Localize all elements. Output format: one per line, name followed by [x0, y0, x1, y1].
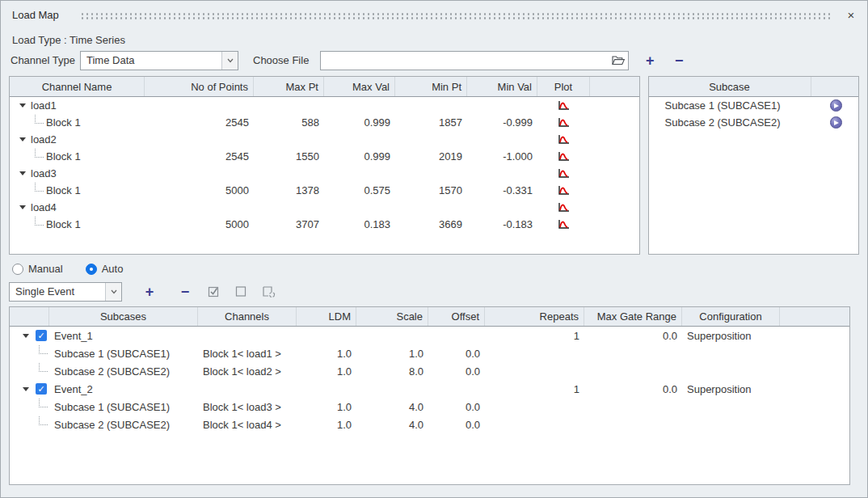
folder-icon[interactable] — [609, 55, 628, 65]
add-channel-button[interactable]: + — [642, 53, 658, 69]
event-checkbox-checked[interactable]: ✓ — [36, 383, 47, 395]
add-event-button[interactable]: + — [141, 284, 158, 300]
channels-cell[interactable]: Block 1< load1 > — [198, 344, 297, 362]
table-row[interactable]: Block 1 5000 3707 0.183 3669 -0.183 — [10, 216, 639, 233]
refresh-events-icon[interactable] — [262, 285, 276, 298]
event-checkbox-checked[interactable]: ✓ — [36, 330, 47, 341]
col-subcases[interactable]: Subcases — [49, 307, 198, 326]
ldm-cell[interactable] — [297, 327, 356, 344]
ldm-cell[interactable] — [297, 380, 356, 398]
col-subcase[interactable]: Subcase — [649, 77, 811, 96]
channels-cell[interactable]: Block 1< load2 > — [198, 362, 297, 380]
max-gate-cell[interactable]: 0.0 — [584, 380, 682, 398]
col-min-val[interactable]: Min Val — [467, 77, 537, 96]
expander-icon[interactable] — [19, 103, 26, 108]
chevron-down-icon[interactable] — [105, 283, 121, 301]
chevron-down-icon[interactable] — [221, 52, 238, 70]
table-row[interactable]: load1 — [10, 97, 639, 114]
col-scale[interactable]: Scale — [356, 307, 428, 326]
table-row[interactable]: load3 — [10, 165, 639, 182]
plot-icon[interactable] — [537, 114, 590, 131]
scale-cell[interactable]: 1.0 — [356, 344, 428, 362]
plot-icon[interactable] — [537, 216, 590, 233]
offset-cell[interactable]: 0.0 — [428, 344, 485, 362]
choose-file-field[interactable] — [320, 51, 629, 70]
expander-icon[interactable] — [19, 205, 26, 209]
col-max-pt[interactable]: Max Pt — [254, 77, 324, 96]
col-channel-name[interactable]: Channel Name — [10, 77, 145, 96]
col-ldm[interactable]: LDM — [297, 307, 356, 326]
remove-channel-button[interactable]: − — [671, 53, 687, 69]
max-gate-cell[interactable]: 0.0 — [584, 327, 682, 344]
col-no-of-points[interactable]: No of Points — [145, 77, 254, 96]
ldm-cell[interactable]: 1.0 — [297, 398, 356, 416]
expander-icon[interactable] — [23, 387, 29, 391]
event-subrow[interactable]: Subcase 1 (SUBCASE1) Block 1< load3 > 1.… — [10, 398, 849, 416]
auto-radio[interactable] — [86, 264, 97, 275]
event-subrow[interactable]: Subcase 1 (SUBCASE1) Block 1< load1 > 1.… — [10, 344, 849, 362]
scale-cell[interactable]: 4.0 — [356, 416, 428, 433]
subcase-row[interactable]: Subcase 2 (SUBCASE2) — [649, 114, 859, 131]
check-all-icon[interactable] — [208, 285, 221, 298]
manual-radio[interactable] — [12, 264, 23, 275]
event-subrow[interactable]: Subcase 2 (SUBCASE2) Block 1< load2 > 1.… — [10, 362, 849, 380]
close-icon[interactable]: × — [843, 6, 859, 23]
col-configuration[interactable]: Configuration — [682, 307, 780, 326]
repeats-cell[interactable]: 1 — [485, 327, 584, 344]
scale-cell[interactable] — [356, 380, 428, 398]
configuration-cell[interactable]: Superposition — [682, 380, 780, 398]
plot-icon[interactable] — [537, 165, 590, 182]
ldm-cell[interactable]: 1.0 — [297, 416, 356, 433]
scale-cell[interactable]: 8.0 — [356, 362, 428, 380]
expander-icon[interactable] — [23, 334, 29, 338]
choose-file-input[interactable] — [321, 54, 609, 66]
repeats-cell[interactable]: 1 — [485, 380, 584, 398]
play-icon[interactable] — [830, 99, 842, 112]
channel-type-select[interactable]: Time Data — [80, 51, 238, 70]
channels-cell[interactable]: Block 1< load4 > — [198, 416, 297, 433]
manual-radio-label[interactable]: Manual — [28, 263, 63, 275]
col-plot[interactable]: Plot — [537, 77, 590, 96]
event-row[interactable]: ✓ Event_2 1 0.0 Superposition — [10, 380, 849, 398]
plot-icon[interactable] — [537, 199, 590, 216]
subcase-row[interactable]: Subcase 1 (SUBCASE1) — [649, 97, 859, 114]
configuration-cell[interactable]: Superposition — [682, 327, 780, 344]
remove-event-button[interactable]: − — [177, 284, 193, 300]
col-channels[interactable]: Channels — [198, 307, 297, 326]
col-offset[interactable]: Offset — [428, 307, 485, 326]
offset-cell[interactable] — [428, 327, 485, 344]
uncheck-all-icon[interactable] — [235, 285, 247, 298]
table-row[interactable]: Block 1 5000 1378 0.575 1570 -0.331 — [10, 182, 639, 199]
table-row[interactable]: load4 — [10, 199, 639, 216]
plot-icon[interactable] — [537, 148, 590, 165]
offset-cell[interactable]: 0.0 — [428, 362, 485, 380]
offset-cell[interactable]: 0.0 — [428, 398, 485, 416]
expander-icon[interactable] — [19, 171, 26, 175]
expander-icon[interactable] — [19, 137, 26, 141]
channels-cell[interactable]: Block 1< load3 > — [198, 398, 297, 416]
col-repeats[interactable]: Repeats — [485, 307, 584, 326]
scale-cell[interactable] — [356, 327, 428, 344]
event-subrow[interactable]: Subcase 2 (SUBCASE2) Block 1< load4 > 1.… — [10, 416, 849, 433]
col-max-val[interactable]: Max Val — [324, 77, 395, 96]
auto-radio-label[interactable]: Auto — [102, 263, 124, 275]
drag-handle-dots[interactable] — [80, 12, 830, 19]
offset-cell[interactable]: 0.0 — [428, 416, 485, 433]
plot-icon[interactable] — [537, 97, 590, 114]
play-icon[interactable] — [830, 116, 842, 129]
table-row[interactable]: Block 1 2545 588 0.999 1857 -0.999 — [10, 114, 639, 131]
event-row[interactable]: ✓ Event_1 1 0.0 Superposition — [10, 327, 849, 344]
event-table: Subcases Channels LDM Scale Offset Repea… — [9, 306, 850, 485]
ldm-cell[interactable]: 1.0 — [297, 344, 356, 362]
ldm-cell[interactable]: 1.0 — [297, 362, 356, 380]
offset-cell[interactable] — [428, 380, 485, 398]
table-row[interactable]: load2 — [10, 131, 639, 148]
event-type-select[interactable]: Single Event — [9, 282, 122, 302]
channel-name: load1 — [31, 99, 57, 112]
plot-icon[interactable] — [537, 182, 590, 199]
plot-icon[interactable] — [537, 131, 590, 148]
col-max-gate-range[interactable]: Max Gate Range — [584, 307, 682, 326]
scale-cell[interactable]: 4.0 — [356, 398, 428, 416]
table-row[interactable]: Block 1 2545 1550 0.999 2019 -1.000 — [10, 148, 639, 165]
col-min-pt[interactable]: Min Pt — [395, 77, 467, 96]
